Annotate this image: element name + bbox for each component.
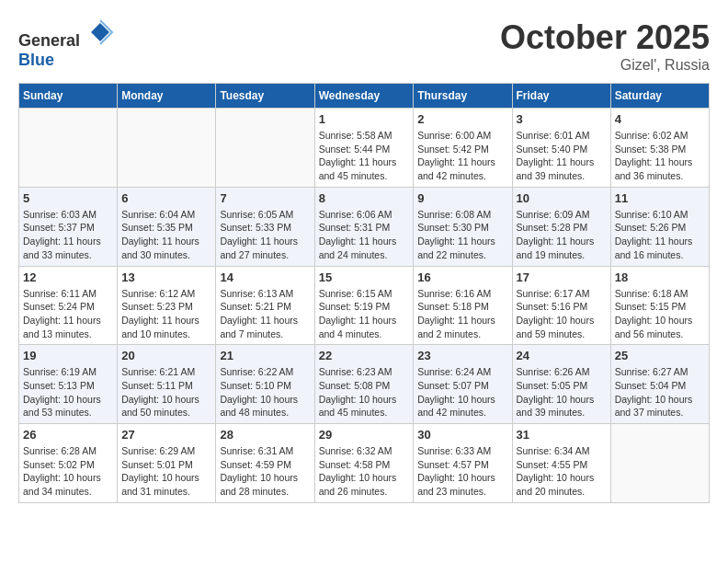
logo-icon [86,18,114,46]
day-number: 28 [220,428,310,442]
day-info: Sunrise: 6:04 AMSunset: 5:35 PMDaylight:… [121,208,211,262]
calendar-cell: 3Sunrise: 6:01 AMSunset: 5:40 PMDaylight… [512,109,610,188]
day-number: 6 [121,191,211,205]
day-number: 4 [615,112,705,126]
calendar-cell: 4Sunrise: 6:02 AMSunset: 5:38 PMDaylight… [610,109,709,188]
calendar-cell: 26Sunrise: 6:28 AMSunset: 5:02 PMDayligh… [19,424,118,503]
calendar-week-row: 12Sunrise: 6:11 AMSunset: 5:24 PMDayligh… [19,266,710,345]
calendar-table: SundayMondayTuesdayWednesdayThursdayFrid… [18,83,710,503]
logo: General Blue [18,18,114,70]
calendar-cell: 18Sunrise: 6:18 AMSunset: 5:15 PMDayligh… [610,266,709,345]
day-info: Sunrise: 6:19 AMSunset: 5:13 PMDaylight:… [23,365,113,419]
calendar-cell [118,109,216,188]
logo-text: General Blue [18,18,114,70]
calendar-week-row: 26Sunrise: 6:28 AMSunset: 5:02 PMDayligh… [19,424,710,503]
day-info: Sunrise: 6:17 AMSunset: 5:16 PMDaylight:… [517,287,607,341]
day-info: Sunrise: 6:05 AMSunset: 5:33 PMDaylight:… [220,208,310,262]
weekday-header-friday: Friday [512,84,610,109]
logo-blue: Blue [18,51,54,69]
weekday-header-thursday: Thursday [414,84,512,109]
calendar-cell: 10Sunrise: 6:09 AMSunset: 5:28 PMDayligh… [512,187,610,266]
day-number: 10 [517,191,607,205]
weekday-header-row: SundayMondayTuesdayWednesdayThursdayFrid… [19,84,710,109]
day-number: 20 [121,349,211,362]
day-info: Sunrise: 6:12 AMSunset: 5:23 PMDaylight:… [121,287,211,341]
title-section: October 2025 Gizel', Russia [500,18,710,74]
day-number: 13 [121,270,211,284]
day-info: Sunrise: 6:23 AMSunset: 5:08 PMDaylight:… [319,365,410,419]
day-number: 2 [417,112,507,126]
day-info: Sunrise: 6:29 AMSunset: 5:01 PMDaylight:… [121,444,211,499]
weekday-header-tuesday: Tuesday [216,84,314,109]
day-number: 23 [417,349,507,362]
day-info: Sunrise: 6:10 AMSunset: 5:26 PMDaylight:… [615,208,705,262]
calendar-cell: 31Sunrise: 6:34 AMSunset: 4:55 PMDayligh… [512,424,610,503]
calendar-cell: 11Sunrise: 6:10 AMSunset: 5:26 PMDayligh… [610,187,709,266]
day-info: Sunrise: 6:24 AMSunset: 5:07 PMDaylight:… [417,365,507,419]
calendar-cell: 28Sunrise: 6:31 AMSunset: 4:59 PMDayligh… [216,424,314,503]
calendar-cell [610,424,709,503]
day-number: 27 [121,428,211,442]
weekday-header-monday: Monday [118,84,216,109]
page-header: General Blue October 2025 Gizel', Russia [18,18,710,74]
calendar-cell: 20Sunrise: 6:21 AMSunset: 5:11 PMDayligh… [118,345,216,424]
day-info: Sunrise: 6:16 AMSunset: 5:18 PMDaylight:… [417,287,507,341]
day-info: Sunrise: 6:11 AMSunset: 5:24 PMDaylight:… [23,287,113,341]
calendar-week-row: 5Sunrise: 6:03 AMSunset: 5:37 PMDaylight… [19,187,710,266]
day-info: Sunrise: 6:26 AMSunset: 5:05 PMDaylight:… [517,365,607,419]
day-info: Sunrise: 6:28 AMSunset: 5:02 PMDaylight:… [23,444,113,499]
day-info: Sunrise: 6:21 AMSunset: 5:11 PMDaylight:… [121,365,211,419]
day-info: Sunrise: 6:31 AMSunset: 4:59 PMDaylight:… [220,444,310,499]
day-info: Sunrise: 5:58 AMSunset: 5:44 PMDaylight:… [319,129,410,183]
calendar-cell: 22Sunrise: 6:23 AMSunset: 5:08 PMDayligh… [314,345,414,424]
day-info: Sunrise: 6:18 AMSunset: 5:15 PMDaylight:… [615,287,705,341]
calendar-cell: 24Sunrise: 6:26 AMSunset: 5:05 PMDayligh… [512,345,610,424]
day-info: Sunrise: 6:03 AMSunset: 5:37 PMDaylight:… [23,208,113,262]
day-info: Sunrise: 6:02 AMSunset: 5:38 PMDaylight:… [615,129,705,183]
day-number: 22 [319,349,410,362]
calendar-cell: 12Sunrise: 6:11 AMSunset: 5:24 PMDayligh… [19,266,118,345]
day-number: 14 [220,270,310,284]
calendar-week-row: 1Sunrise: 5:58 AMSunset: 5:44 PMDaylight… [19,109,710,188]
day-info: Sunrise: 6:06 AMSunset: 5:31 PMDaylight:… [319,208,410,262]
day-number: 7 [220,191,310,205]
calendar-cell: 29Sunrise: 6:32 AMSunset: 4:58 PMDayligh… [314,424,414,503]
weekday-header-wednesday: Wednesday [314,84,414,109]
day-info: Sunrise: 6:15 AMSunset: 5:19 PMDaylight:… [319,287,410,341]
calendar-cell: 21Sunrise: 6:22 AMSunset: 5:10 PMDayligh… [216,345,314,424]
day-number: 18 [615,270,705,284]
calendar-cell [216,109,314,188]
day-info: Sunrise: 6:13 AMSunset: 5:21 PMDaylight:… [220,287,310,341]
calendar-cell: 16Sunrise: 6:16 AMSunset: 5:18 PMDayligh… [414,266,512,345]
day-number: 24 [517,349,607,362]
day-number: 9 [417,191,507,205]
calendar-cell: 17Sunrise: 6:17 AMSunset: 5:16 PMDayligh… [512,266,610,345]
day-number: 3 [517,112,607,126]
day-info: Sunrise: 6:22 AMSunset: 5:10 PMDaylight:… [220,365,310,419]
day-number: 11 [615,191,705,205]
day-number: 30 [417,428,507,442]
day-info: Sunrise: 6:01 AMSunset: 5:40 PMDaylight:… [517,129,607,183]
day-info: Sunrise: 6:09 AMSunset: 5:28 PMDaylight:… [517,208,607,262]
calendar-cell: 27Sunrise: 6:29 AMSunset: 5:01 PMDayligh… [118,424,216,503]
calendar-cell: 23Sunrise: 6:24 AMSunset: 5:07 PMDayligh… [414,345,512,424]
day-number: 25 [615,349,705,362]
day-info: Sunrise: 6:00 AMSunset: 5:42 PMDaylight:… [417,129,507,183]
day-number: 8 [319,191,410,205]
weekday-header-sunday: Sunday [19,84,118,109]
calendar-cell [19,109,118,188]
day-number: 1 [319,112,410,126]
day-number: 16 [417,270,507,284]
day-info: Sunrise: 6:32 AMSunset: 4:58 PMDaylight:… [319,444,410,499]
calendar-cell: 6Sunrise: 6:04 AMSunset: 5:35 PMDaylight… [118,187,216,266]
day-number: 12 [23,270,113,284]
weekday-header-saturday: Saturday [610,84,709,109]
day-number: 17 [517,270,607,284]
day-info: Sunrise: 6:27 AMSunset: 5:04 PMDaylight:… [615,365,705,419]
calendar-cell: 19Sunrise: 6:19 AMSunset: 5:13 PMDayligh… [19,345,118,424]
calendar-week-row: 19Sunrise: 6:19 AMSunset: 5:13 PMDayligh… [19,345,710,424]
calendar-cell: 1Sunrise: 5:58 AMSunset: 5:44 PMDaylight… [314,109,414,188]
day-number: 26 [23,428,113,442]
calendar-cell: 2Sunrise: 6:00 AMSunset: 5:42 PMDaylight… [414,109,512,188]
calendar-cell: 25Sunrise: 6:27 AMSunset: 5:04 PMDayligh… [610,345,709,424]
